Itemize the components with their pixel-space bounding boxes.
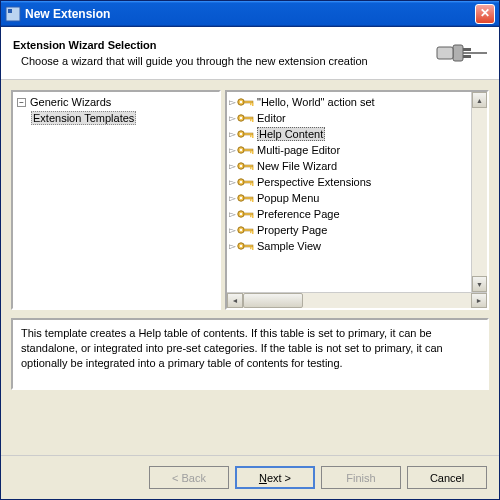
cancel-button[interactable]: Cancel: [407, 466, 487, 489]
list-item-label: Help Content: [257, 127, 325, 141]
svg-rect-15: [244, 117, 253, 119]
list-item-label: "Hello, World" action set: [257, 96, 375, 108]
window-title: New Extension: [25, 7, 475, 21]
scroll-right-button[interactable]: ►: [471, 293, 487, 308]
svg-rect-1: [8, 9, 12, 13]
svg-rect-47: [252, 215, 254, 218]
scroll-h-thumb[interactable]: [243, 293, 303, 308]
svg-rect-6: [463, 55, 471, 58]
svg-rect-21: [250, 135, 252, 137]
svg-rect-4: [453, 45, 463, 61]
button-bar: < Back Next > Finish Cancel: [1, 455, 499, 499]
scroll-up-button[interactable]: ▲: [472, 92, 487, 108]
list-item-label: Property Page: [257, 224, 327, 236]
list-item[interactable]: ▻Sample View: [229, 238, 485, 254]
svg-point-24: [240, 149, 242, 151]
svg-rect-35: [244, 181, 253, 183]
item-arrow-icon: ▻: [229, 145, 236, 155]
svg-rect-46: [250, 215, 252, 217]
svg-point-29: [240, 165, 242, 167]
list-item[interactable]: ▻Multi-page Editor: [229, 142, 485, 158]
svg-rect-41: [250, 199, 252, 201]
banner: Extension Wizard Selection Choose a wiza…: [1, 27, 499, 80]
list-item[interactable]: ▻Editor: [229, 110, 485, 126]
dialog-window: New Extension ✕ Extension Wizard Selecti…: [0, 0, 500, 500]
svg-rect-20: [244, 133, 253, 135]
banner-subtext: Choose a wizard that will guide you thro…: [21, 55, 427, 67]
item-arrow-icon: ▻: [229, 241, 236, 251]
svg-rect-3: [461, 52, 487, 54]
template-list[interactable]: ▻"Hello, World" action set▻Editor▻Help C…: [225, 90, 489, 310]
svg-rect-17: [252, 119, 254, 122]
list-item[interactable]: ▻Preference Page: [229, 206, 485, 222]
list-item-label: Preference Page: [257, 208, 340, 220]
title-bar[interactable]: New Extension ✕: [1, 1, 499, 27]
tree-item-label: Generic Wizards: [30, 96, 111, 108]
category-tree[interactable]: −Generic WizardsExtension Templates: [11, 90, 221, 310]
list-item-label: Sample View: [257, 240, 321, 252]
svg-rect-11: [250, 103, 252, 105]
scroll-h-track[interactable]: [243, 293, 471, 308]
item-arrow-icon: ▻: [229, 97, 236, 107]
svg-rect-16: [250, 119, 252, 121]
tree-item[interactable]: −Generic Wizards: [15, 94, 217, 110]
panels: −Generic WizardsExtension Templates ▻"He…: [11, 90, 489, 310]
scroll-v-track[interactable]: [472, 108, 487, 276]
list-item-label: Editor: [257, 112, 286, 124]
list-item[interactable]: ▻Popup Menu: [229, 190, 485, 206]
svg-rect-36: [250, 183, 252, 185]
tree-expander-icon[interactable]: −: [17, 98, 26, 107]
svg-rect-10: [244, 101, 253, 103]
svg-rect-50: [244, 229, 253, 231]
svg-rect-32: [252, 167, 254, 170]
banner-heading: Extension Wizard Selection: [13, 39, 427, 51]
svg-point-39: [240, 197, 242, 199]
svg-point-54: [240, 245, 242, 247]
svg-point-14: [240, 117, 242, 119]
content-area: −Generic WizardsExtension Templates ▻"He…: [1, 80, 499, 455]
tree-item-label: Extension Templates: [31, 111, 136, 125]
svg-point-9: [240, 101, 242, 103]
description-box: This template creates a Help table of co…: [11, 318, 489, 390]
item-arrow-icon: ▻: [229, 129, 236, 139]
svg-point-19: [240, 133, 242, 135]
svg-rect-45: [244, 213, 253, 215]
svg-rect-40: [244, 197, 253, 199]
list-item-label: Perspective Extensions: [257, 176, 371, 188]
item-arrow-icon: ▻: [229, 193, 236, 203]
vertical-scrollbar[interactable]: ▲ ▼: [471, 92, 487, 292]
svg-rect-56: [250, 247, 252, 249]
svg-rect-26: [250, 151, 252, 153]
svg-rect-37: [252, 183, 254, 186]
scroll-down-button[interactable]: ▼: [472, 276, 487, 292]
list-item-label: Multi-page Editor: [257, 144, 340, 156]
svg-rect-22: [252, 135, 254, 138]
svg-rect-30: [244, 165, 253, 167]
svg-rect-31: [250, 167, 252, 169]
close-button[interactable]: ✕: [475, 4, 495, 24]
horizontal-scrollbar[interactable]: ◄ ►: [227, 292, 487, 308]
scroll-left-button[interactable]: ◄: [227, 293, 243, 308]
list-item[interactable]: ▻Help Content: [229, 126, 485, 142]
svg-rect-12: [252, 103, 254, 106]
svg-point-49: [240, 229, 242, 231]
svg-rect-42: [252, 199, 254, 202]
svg-rect-27: [252, 151, 254, 154]
plug-icon: [427, 35, 487, 71]
list-item[interactable]: ▻New File Wizard: [229, 158, 485, 174]
banner-text: Extension Wizard Selection Choose a wiza…: [13, 39, 427, 67]
list-item[interactable]: ▻Perspective Extensions: [229, 174, 485, 190]
svg-rect-5: [463, 48, 471, 51]
svg-rect-7: [437, 47, 453, 59]
tree-item[interactable]: Extension Templates: [15, 110, 217, 126]
svg-rect-55: [244, 245, 253, 247]
next-button[interactable]: Next >: [235, 466, 315, 489]
list-item[interactable]: ▻"Hello, World" action set: [229, 94, 485, 110]
finish-button: Finish: [321, 466, 401, 489]
item-arrow-icon: ▻: [229, 209, 236, 219]
list-item[interactable]: ▻Property Page: [229, 222, 485, 238]
app-icon: [5, 6, 21, 22]
svg-rect-51: [250, 231, 252, 233]
list-item-label: New File Wizard: [257, 160, 337, 172]
svg-rect-57: [252, 247, 254, 250]
